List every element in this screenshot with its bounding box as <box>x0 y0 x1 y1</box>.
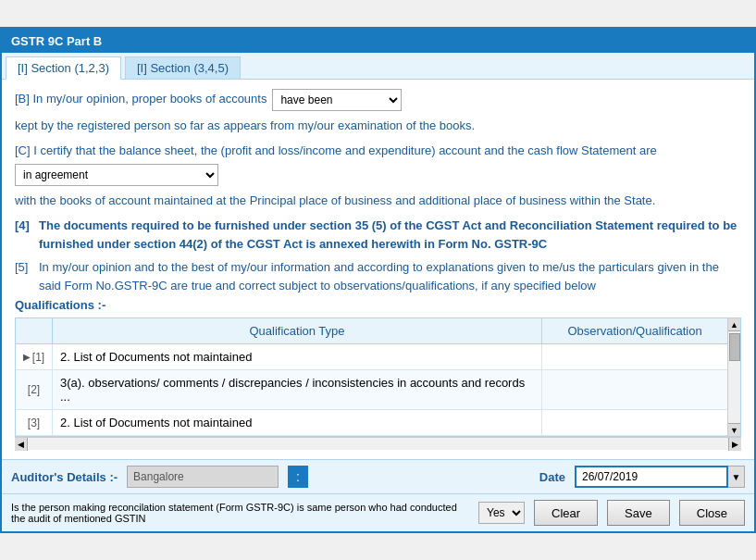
row-1-index: [1] <box>32 351 44 364</box>
yes-select[interactable]: Yes No <box>478 502 525 524</box>
date-input[interactable] <box>575 466 728 488</box>
row-3-qt: 2. List of Documents not maintained <box>60 416 252 429</box>
table-row: [3] 2. List of Documents not maintained <box>16 410 727 436</box>
title-bar: GSTR 9C Part B <box>2 29 754 53</box>
scroll-thumb[interactable] <box>729 333 740 361</box>
section-5-text: In my/our opinion and to the best of my/… <box>39 258 741 294</box>
tab-section-345[interactable]: [I] Section (3,4,5) <box>125 56 241 79</box>
table-header: Qualification Type Observation/Qualifica… <box>16 318 727 344</box>
section-c-dropdown[interactable]: in agreement not in agreement <box>15 164 218 186</box>
section-c-prefix: [C] I certify that the balance sheet, th… <box>15 143 657 157</box>
section-4: [4] The documents required to be furnish… <box>15 217 741 253</box>
table-row: ▶ [1] 2. List of Documents not maintaine… <box>16 344 727 370</box>
qualifications-label: Qualifications :- <box>15 298 741 312</box>
section-5-number: [5] <box>15 258 33 294</box>
close-button[interactable]: Close <box>679 500 745 526</box>
scroll-right-btn[interactable]: ▶ <box>728 438 741 451</box>
col-oq-header: Observation/Qualification <box>542 318 727 343</box>
date-label: Date <box>539 470 565 484</box>
section-4-number: [4] <box>15 217 33 253</box>
scroll-down-btn[interactable]: ▼ <box>728 423 740 436</box>
row-3-index: [3] <box>28 417 40 429</box>
scroll-up-btn[interactable]: ▲ <box>728 318 740 331</box>
scroll-left-btn[interactable]: ◀ <box>15 438 28 451</box>
section-b-dropdown[interactable]: have been have not been <box>272 89 402 111</box>
auditor-label: Auditor's Details :- <box>11 470 118 484</box>
date-field-container: ▼ <box>575 466 745 488</box>
section-b-prefix: [B] In my/our opinion, proper books of a… <box>15 90 266 109</box>
horizontal-scrollbar[interactable]: ◀ ▶ <box>15 437 741 450</box>
main-content: [B] In my/our opinion, proper books of a… <box>2 80 754 459</box>
table-row: [2] 3(a). observations/ comments / discr… <box>16 370 727 410</box>
window-title: GSTR 9C Part B <box>11 34 102 48</box>
auditor-details-bar: Auditor's Details :- : Date ▼ <box>2 459 754 493</box>
col-qt-header: Qualification Type <box>53 318 542 343</box>
section-b-suffix: kept by the registered person so far as … <box>15 117 475 136</box>
section-c-suffix: with the books of account maintained at … <box>15 192 655 211</box>
clear-button[interactable]: Clear <box>534 500 598 526</box>
row-1-qt: 2. List of Documents not maintained <box>60 350 252 364</box>
footer-bar: Is the person making reconcilation state… <box>2 493 754 531</box>
col-index-header <box>16 318 53 343</box>
auditor-dots-button[interactable]: : <box>288 466 308 488</box>
footer-question: Is the person making reconcilation state… <box>11 502 469 524</box>
qualifications-table: Qualification Type Observation/Qualifica… <box>15 317 741 437</box>
save-button[interactable]: Save <box>607 500 670 526</box>
section-c: [C] I certify that the balance sheet, th… <box>15 142 741 212</box>
row-2-index: [2] <box>28 383 40 396</box>
section-b: [B] In my/our opinion, proper books of a… <box>15 89 741 136</box>
date-dropdown-btn[interactable]: ▼ <box>728 466 745 488</box>
main-window: GSTR 9C Part B [I] Section (1,2,3) [I] S… <box>0 27 756 533</box>
section-5: [5] In my/our opinion and to the best of… <box>15 258 741 294</box>
row-2-qt: 3(a). observations/ comments / discrepan… <box>60 376 525 404</box>
vertical-scrollbar[interactable]: ▲ ▼ <box>727 318 740 436</box>
tab-section-123[interactable]: [I] Section (1,2,3) <box>6 56 121 80</box>
section-4-text: The documents required to be furnished u… <box>39 217 741 253</box>
auditor-input[interactable] <box>127 466 279 488</box>
tab-bar: [I] Section (1,2,3) [I] Section (3,4,5) <box>2 53 754 80</box>
arrow-icon: ▶ <box>23 352 31 362</box>
